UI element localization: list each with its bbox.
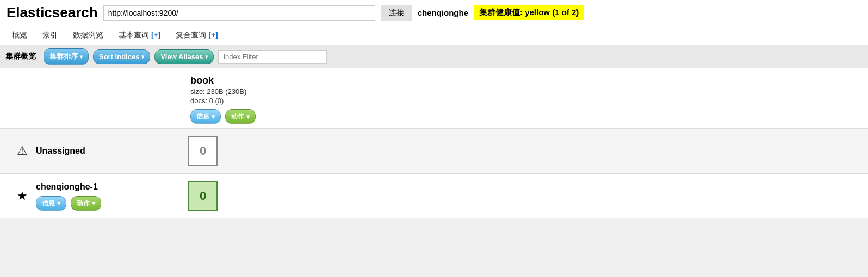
chevron-down-icon: ▾ [212, 113, 215, 121]
tab-basic-query[interactable]: 基本查询 [+] [111, 26, 168, 45]
index-size: size: 230B (230B) [190, 87, 859, 96]
health-badge: 集群健康值: yellow (1 of 2) [474, 5, 584, 20]
url-input[interactable] [103, 5, 375, 21]
chevron-down-icon: ▾ [205, 54, 208, 60]
toolbar: 集群概览 集群排序 ▾ Sort Indices ▾ View Aliases … [0, 45, 868, 68]
tab-data-browse[interactable]: 数据浏览 [65, 26, 111, 45]
warning-icon-area: ⚠ [9, 144, 36, 158]
node-info-button[interactable]: 信息 ▾ [36, 196, 66, 211]
shard-label-area: Unassigned [36, 146, 156, 156]
main-content: book size: 230B (230B) docs: 0 (0) 信息 ▾ … [0, 68, 868, 218]
connect-button[interactable]: 连接 [381, 5, 412, 21]
shard-box-unassigned: 0 [188, 136, 218, 166]
node-action-button[interactable]: 动作 ▾ [71, 196, 101, 211]
header: Elasticsearch 连接 chenqionghe 集群健康值: yell… [0, 0, 868, 26]
chevron-down-icon: ▾ [141, 54, 144, 60]
section-label: 集群概览 [5, 52, 39, 61]
star-icon-area: ★ [9, 189, 36, 203]
index-section: book size: 230B (230B) docs: 0 (0) 信息 ▾ … [0, 68, 868, 128]
username: chenqionghe [418, 8, 468, 17]
index-info-button[interactable]: 信息 ▾ [190, 109, 221, 124]
chevron-down-icon: ▾ [57, 199, 60, 207]
sort-indices-button[interactable]: Sort Indices ▾ [93, 49, 150, 64]
chevron-down-icon: ▾ [246, 113, 250, 121]
index-filter-input[interactable] [218, 50, 327, 64]
tab-indices[interactable]: 索引 [35, 26, 65, 45]
sort-cluster-button[interactable]: 集群排序 ▾ [44, 48, 89, 65]
tab-complex-query[interactable]: 复合查询 [+] [168, 26, 225, 45]
warning-icon: ⚠ [17, 144, 28, 158]
tab-overview[interactable]: 概览 [4, 26, 35, 45]
node-name-area: chenqionghe-1 信息 ▾ 动作 ▾ [36, 182, 156, 211]
node-label: chenqionghe-1 [36, 182, 156, 192]
star-icon: ★ [17, 189, 28, 203]
view-aliases-button[interactable]: View Aliases ▾ [154, 49, 214, 64]
shard-label: Unassigned [36, 146, 156, 156]
chevron-down-icon: ▾ [92, 199, 95, 207]
index-docs: docs: 0 (0) [190, 97, 859, 105]
index-actions: 信息 ▾ 动作 ▾ [190, 109, 859, 124]
index-name: book [190, 75, 859, 86]
index-action-button[interactable]: 动作 ▾ [225, 109, 256, 124]
app-title: Elasticsearch [7, 4, 98, 21]
chevron-down-icon: ▾ [80, 54, 83, 60]
shard-row-node: ★ chenqionghe-1 信息 ▾ 动作 ▾ 0 [0, 173, 868, 218]
shard-row-unassigned: ⚠ Unassigned 0 [0, 128, 868, 173]
shard-box-node: 0 [188, 181, 218, 211]
nav-tabs: 概览 索引 数据浏览 基本查询 [+] 复合查询 [+] [0, 26, 868, 45]
